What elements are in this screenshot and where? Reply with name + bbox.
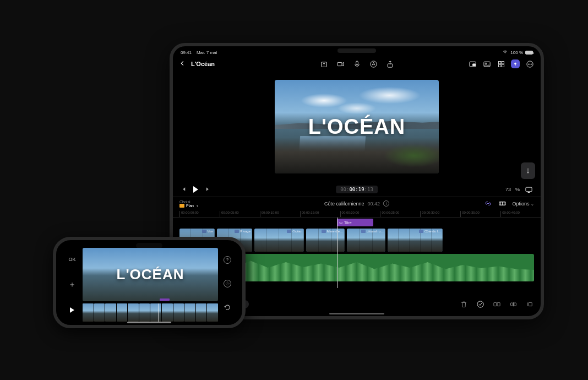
back-button[interactable] [179, 59, 186, 69]
status-time: 09:41 [181, 50, 192, 55]
filmstrip-icon[interactable] [498, 199, 507, 208]
battery-percent: 100 % [510, 50, 523, 55]
project-title: L'Océan [191, 61, 215, 67]
storyboard-type: Plan [186, 204, 194, 208]
zoom-value: 73 [505, 187, 511, 192]
ipad-camera-notch [337, 48, 376, 53]
options-dropdown[interactable]: Options ⌄ [512, 201, 534, 207]
video-clip[interactable]: Littoral ro… [347, 229, 385, 252]
insert-gap-icon[interactable] [509, 300, 518, 308]
svg-point-14 [515, 63, 516, 64]
ruler-tick: 00:00:40:00 [500, 211, 541, 217]
skip-forward-icon[interactable] [205, 186, 211, 193]
timecode-main: 00:19 [349, 187, 364, 192]
grid-icon[interactable] [497, 59, 505, 68]
battery-icon [525, 51, 533, 55]
svg-rect-24 [510, 303, 513, 306]
iphone-title-overlay: L'OCÉAN [83, 248, 218, 301]
iphone-preview[interactable]: L'OCÉAN [83, 248, 218, 301]
status-left: 09:41 Mar. 7 mai [181, 50, 217, 55]
titles-icon[interactable] [369, 59, 378, 68]
storyboard-label: Choisi [179, 200, 198, 204]
storyboard-icon [179, 204, 184, 208]
zoom-unit: % [515, 187, 520, 192]
preview-frame[interactable]: L'OCÉAN [275, 80, 439, 173]
storyboard-indicator[interactable]: Choisi Plan▾ [179, 200, 198, 208]
svg-point-9 [485, 63, 487, 64]
clip-label: Littoral ro… [361, 230, 384, 233]
trash-icon[interactable] [459, 300, 468, 308]
video-clip[interactable]: Mare d'e… [306, 229, 345, 252]
split-clip-icon[interactable] [492, 300, 501, 308]
title-clip[interactable]: ▭ Titre [337, 219, 373, 226]
share-icon[interactable] [385, 59, 394, 68]
camera-icon[interactable] [336, 59, 345, 68]
apple-pencil-tool-button[interactable] [521, 162, 535, 179]
timeline-ruler[interactable]: 00:00:00:0000:00:05:0000:00:10:0000:00:1… [173, 210, 541, 218]
ruler-tick: 00:00:30:00 [420, 211, 460, 217]
voiceover-mic-icon[interactable] [352, 59, 361, 68]
clip-type-icon [287, 230, 291, 233]
clip-info-icon[interactable]: i [383, 200, 389, 207]
svg-point-18 [531, 63, 531, 64]
clip-type-icon [202, 230, 206, 233]
iphone-center: L'OCÉAN [83, 248, 218, 322]
iphone-home-indicator [127, 322, 171, 323]
inspector-icon[interactable] [511, 59, 520, 68]
ruler-tick: 00:00:10:00 [260, 211, 300, 217]
svg-point-16 [528, 63, 529, 64]
selected-clip-info: Côte californienne 00:42 i [324, 200, 389, 207]
iphone-play-button[interactable] [70, 307, 74, 313]
play-button[interactable] [193, 186, 198, 193]
clip-type-icon [419, 230, 423, 233]
import-media-icon[interactable] [319, 59, 328, 68]
trim-icon[interactable] [525, 300, 534, 308]
toolbar-center [319, 59, 394, 68]
iphone-title-clip[interactable] [160, 298, 170, 301]
connect-clips-icon[interactable] [483, 199, 492, 208]
clip-type-icon [361, 230, 366, 233]
iphone-settings-icon[interactable] [224, 280, 231, 287]
title-clip-label: Titre [344, 221, 352, 225]
svg-rect-11 [502, 61, 504, 63]
timecode-display[interactable]: 00:00:19:13 [336, 186, 378, 193]
ruler-tick: 00:00:15:00 [300, 211, 340, 217]
video-clip[interactable]: Océan [254, 229, 304, 252]
display-to-screen-icon[interactable] [524, 185, 533, 194]
svg-point-17 [529, 63, 530, 64]
svg-rect-19 [525, 187, 531, 192]
iphone-timeline[interactable] [83, 303, 218, 322]
add-media-icon[interactable]: ＋ [68, 280, 76, 290]
ruler-tick: 00:00:20:00 [340, 211, 380, 217]
clip-label: Vue [202, 230, 213, 233]
ruler-tick: 00:00:25:00 [380, 211, 420, 217]
svg-rect-13 [502, 64, 504, 67]
toolbar-right [468, 59, 534, 68]
playhead[interactable] [337, 218, 337, 288]
status-date: Mar. 7 mai [197, 50, 217, 55]
top-toolbar: L'Océan [173, 57, 541, 71]
timecode-prefix: 00: [340, 187, 349, 192]
iphone-right-controls: ? [218, 248, 237, 322]
photo-icon[interactable] [482, 59, 491, 68]
bottom-right-tools [459, 300, 534, 308]
clip-label: Côte du l… [419, 230, 441, 233]
svg-point-21 [477, 301, 483, 307]
clip-type-icon [322, 230, 326, 233]
iphone-playhead[interactable] [159, 303, 159, 322]
more-icon[interactable] [525, 59, 534, 68]
svg-point-27 [227, 283, 228, 284]
skip-back-icon[interactable] [181, 186, 187, 193]
svg-rect-10 [498, 61, 500, 63]
pip-icon[interactable] [468, 59, 477, 68]
ok-button[interactable]: OK [68, 257, 75, 262]
enable-clip-icon[interactable] [476, 300, 484, 308]
selected-clip-duration: 00:42 [368, 201, 380, 207]
title-clip-icon: ▭ [339, 220, 343, 225]
ruler-tick: 00:00:00:00 [179, 211, 220, 217]
iphone-help-icon[interactable]: ? [224, 256, 231, 264]
video-clip[interactable]: Côte du l… [388, 229, 443, 252]
iphone-redo-icon[interactable] [224, 303, 231, 313]
clip-label: Rivage [235, 230, 251, 233]
clip-label: Mare d'e… [322, 230, 343, 233]
